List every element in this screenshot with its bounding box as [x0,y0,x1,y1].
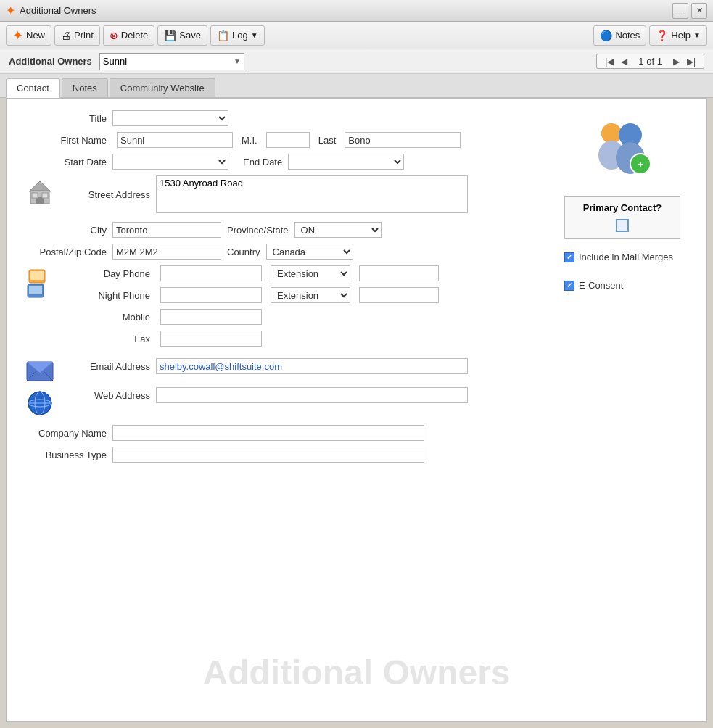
business-input[interactable] [112,447,424,463]
day-phone-input[interactable] [160,265,262,281]
phone-icon [26,268,54,300]
last-record-button[interactable]: ▶| [685,57,698,67]
avatar-area: + [588,117,657,181]
window-title: Additional Owners [20,5,96,16]
econsent-checkmark: ✓ [566,281,572,289]
fax-row: Fax [62,331,439,347]
form-main: Title Mr.Mrs.Ms.Dr. First Name M.I. Last [18,110,535,468]
email-icon [26,361,54,381]
watermark: Additional Owners [202,653,510,692]
end-date-select[interactable] [288,154,404,170]
log-button[interactable]: 📋 Log ▼ [210,25,265,46]
record-navigation: |◀ ◀ 1 of 1 ▶ ▶| [596,54,704,69]
title-bar-left: ✦ Additional Owners [6,4,96,17]
date-row: Start Date End Date [18,154,535,170]
email-input[interactable] [156,358,468,374]
email-label: Email Address [62,361,156,372]
title-row: Title Mr.Mrs.Ms.Dr. [18,110,535,126]
new-button[interactable]: ✦ New [6,25,51,46]
primary-checkbox-wrap [574,219,671,232]
dropdown-arrow-icon: ▼ [234,57,241,65]
new-icon: ✦ [12,28,23,44]
end-date-group: End Date [243,154,404,170]
country-label: Country [221,247,266,257]
prev-record-button[interactable]: ◀ [619,57,630,67]
toolbar-left: ✦ New 🖨 Print ⊗ Delete 💾 Save 📋 Log ▼ [6,25,265,46]
minimize-button[interactable]: — [672,3,688,19]
title-bar: ✦ Additional Owners — ✕ [0,0,713,22]
postal-row: Postal/Zip Code Country Canada [18,244,535,260]
additional-owners-label: Additional Owners [9,56,92,67]
day-phone-label: Day Phone [62,268,156,279]
app-icon: ✦ [6,4,15,17]
first-name-input[interactable] [117,132,233,148]
delete-icon: ⊗ [110,30,118,41]
svg-rect-6 [30,271,44,280]
econsent-row: ✓ E-Consent [564,280,680,291]
primary-contact-checkbox[interactable] [616,219,629,232]
toolbar-right: 🔵 Notes ❓ Help ▼ [593,25,707,46]
start-date-label: Start Date [18,157,112,167]
day-ext-input[interactable] [359,265,439,281]
save-button[interactable]: 💾 Save [157,25,207,46]
page-info: 1 of 1 [632,56,668,67]
help-button[interactable]: ❓ Help ▼ [649,25,707,46]
svg-rect-3 [32,193,38,198]
primary-contact-box: Primary Contact? [564,196,680,239]
fax-input[interactable] [160,331,262,347]
province-select[interactable]: ON [294,222,382,238]
company-row: Company Name [18,425,535,441]
street-address-label: Street Address [62,189,156,200]
start-date-select[interactable] [112,154,228,170]
street-address-fields: Street Address 1530 Anyroad Road [62,175,468,216]
postal-input[interactable] [112,244,221,260]
country-select[interactable]: Canada [266,244,353,260]
tabs: Contact Notes Community Website [0,74,713,98]
mi-label: M.I. [237,135,262,146]
log-arrow-icon: ▼ [251,31,258,39]
web-input[interactable] [156,387,468,403]
last-label: Last [314,135,341,146]
day-ext-select[interactable]: Extension [271,265,350,281]
globe-icon [27,390,53,416]
company-input[interactable] [112,425,424,441]
phone-fields: Day Phone Extension Night Phone [62,265,439,352]
mi-input[interactable] [266,132,310,148]
postal-label: Postal/Zip Code [18,247,112,257]
first-record-button[interactable]: |◀ [603,57,616,67]
start-date-group: Start Date [18,154,228,170]
svg-rect-8 [29,286,42,294]
house-icon [25,178,55,209]
close-button[interactable]: ✕ [691,3,707,19]
econsent-checkbox[interactable]: ✓ [564,281,574,291]
mail-merges-checkbox[interactable]: ✓ [564,252,574,262]
tab-community-website[interactable]: Community Website [110,78,215,97]
save-icon: 💾 [164,30,176,41]
first-name-label: First Name [18,135,112,146]
print-button[interactable]: 🖨 Print [54,25,100,46]
last-name-input[interactable] [345,132,461,148]
notes-button[interactable]: 🔵 Notes [593,25,646,46]
tab-notes[interactable]: Notes [62,78,108,97]
night-ext-input[interactable] [359,287,439,303]
email-row: Email Address [18,358,535,381]
next-record-button[interactable]: ▶ [671,57,682,67]
street-address-input[interactable]: 1530 Anyroad Road [156,175,468,213]
city-label: City [18,225,112,236]
mobile-label: Mobile [62,312,156,323]
night-ext-select[interactable]: Extension [271,287,350,303]
additional-owners-dropdown[interactable]: Sunni ▼ [99,53,244,70]
tab-contact[interactable]: Contact [6,78,60,98]
night-phone-input[interactable] [160,287,262,303]
notes-icon: 🔵 [600,30,612,41]
mobile-row: Mobile [62,309,439,325]
mobile-input[interactable] [160,309,262,325]
delete-button[interactable]: ⊗ Delete [103,25,155,46]
log-icon: 📋 [217,30,229,41]
web-row: Web Address [18,387,535,416]
title-select[interactable]: Mr.Mrs.Ms.Dr. [112,110,228,126]
help-icon: ❓ [656,30,668,41]
city-input[interactable] [112,222,221,238]
svg-text:+: + [638,159,643,170]
content-area: Title Mr.Mrs.Ms.Dr. First Name M.I. Last [6,98,707,722]
